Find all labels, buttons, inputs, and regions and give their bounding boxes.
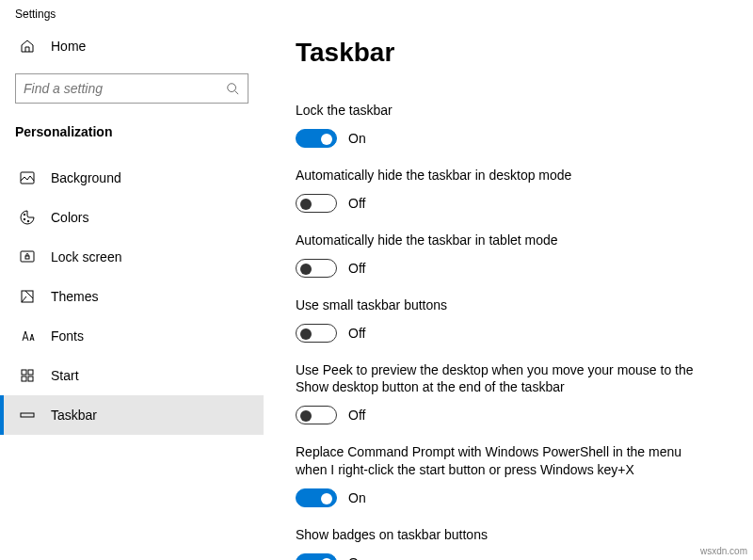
sidebar-item-label: Colors [51,210,88,225]
setting-row: Automatically hide the taskbar in tablet… [296,232,721,278]
sidebar-item-taskbar[interactable]: Taskbar [0,395,264,435]
setting-row: Lock the taskbarOn [296,102,721,148]
search-icon [225,81,240,96]
svg-rect-10 [28,370,33,375]
toggle-knob [300,199,312,210]
sidebar: Home Personalization BackgroundColorsLoc… [0,28,264,560]
colors-icon [19,209,36,226]
svg-point-5 [27,220,29,222]
search-input[interactable] [24,81,225,96]
fonts-icon [19,328,36,344]
toggle-knob [300,410,312,422]
setting-label: Automatically hide the taskbar in deskto… [296,167,710,184]
toggle-knob [300,264,312,275]
setting-row: Replace Command Prompt with Windows Powe… [296,443,721,507]
toggle-row: On [296,553,721,560]
sidebar-item-label: Lock screen [51,249,121,264]
toggle-switch[interactable] [296,129,337,148]
sidebar-item-colors[interactable]: Colors [0,198,264,237]
toggle-row: On [296,129,721,148]
toggle-state-label: Off [348,261,365,276]
themes-icon [19,288,36,305]
svg-point-4 [24,218,25,220]
watermark: wsxdn.com [700,546,747,556]
start-icon [19,367,36,384]
setting-row: Use Peek to preview the desktop when you… [296,361,721,425]
setting-label: Replace Command Prompt with Windows Powe… [296,443,710,479]
home-label: Home [51,39,86,54]
toggle-switch[interactable] [296,324,337,343]
toggle-state-label: On [348,131,366,146]
toggle-state-label: Off [348,196,365,211]
sidebar-item-label: Start [51,368,79,383]
setting-label: Show badges on taskbar buttons [296,526,710,544]
sidebar-item-themes[interactable]: Themes [0,277,264,316]
sidebar-item-lock-screen[interactable]: Lock screen [0,237,264,277]
setting-row: Automatically hide the taskbar in deskto… [296,167,721,213]
sidebar-item-label: Fonts [51,328,84,344]
svg-point-3 [24,214,25,216]
setting-row: Use small taskbar buttonsOff [296,296,721,343]
lock-screen-icon [19,248,36,265]
toggle-switch[interactable] [296,553,337,560]
svg-rect-13 [21,413,34,417]
window-title: Settings [0,0,753,28]
main-content: Taskbar Lock the taskbarOnAutomatically … [264,28,753,560]
svg-rect-9 [22,370,26,375]
sidebar-item-label: Background [51,170,121,185]
sidebar-item-start[interactable]: Start [0,356,264,395]
toggle-state-label: On [348,555,366,560]
svg-point-0 [228,84,236,92]
toggle-knob [321,134,332,145]
toggle-switch[interactable] [296,488,337,507]
svg-rect-12 [28,376,33,381]
toggle-row: Off [296,406,721,424]
toggle-row: Off [296,324,721,343]
toggle-switch[interactable] [296,194,337,213]
sidebar-item-background[interactable]: Background [0,158,264,198]
sidebar-item-fonts[interactable]: Fonts [0,316,264,356]
home-icon [19,38,36,55]
section-header: Personalization [0,117,264,149]
setting-row: Show badges on taskbar buttonsOn [296,526,721,560]
settings-list: Lock the taskbarOnAutomatically hide the… [296,102,721,560]
setting-label: Lock the taskbar [296,102,710,120]
nav-list: BackgroundColorsLock screenThemesFontsSt… [0,158,264,435]
toggle-row: Off [296,259,721,278]
toggle-state-label: Off [348,326,365,341]
search-box[interactable] [15,73,248,104]
toggle-state-label: Off [348,408,365,423]
toggle-knob [300,328,312,340]
taskbar-icon [19,407,36,424]
sidebar-item-label: Taskbar [51,408,97,423]
svg-rect-11 [22,376,26,381]
svg-line-1 [235,91,239,95]
background-icon [19,169,36,186]
sidebar-item-label: Themes [51,289,99,304]
setting-label: Automatically hide the taskbar in tablet… [296,232,710,249]
toggle-switch[interactable] [296,406,337,424]
home-nav[interactable]: Home [0,28,264,68]
svg-rect-7 [25,256,29,259]
setting-label: Use Peek to preview the desktop when you… [296,361,710,397]
toggle-switch[interactable] [296,259,337,278]
setting-label: Use small taskbar buttons [296,296,710,314]
toggle-knob [321,493,332,504]
toggle-row: Off [296,194,721,213]
toggle-state-label: On [348,490,366,505]
page-title: Taskbar [296,38,721,68]
toggle-row: On [296,488,721,507]
